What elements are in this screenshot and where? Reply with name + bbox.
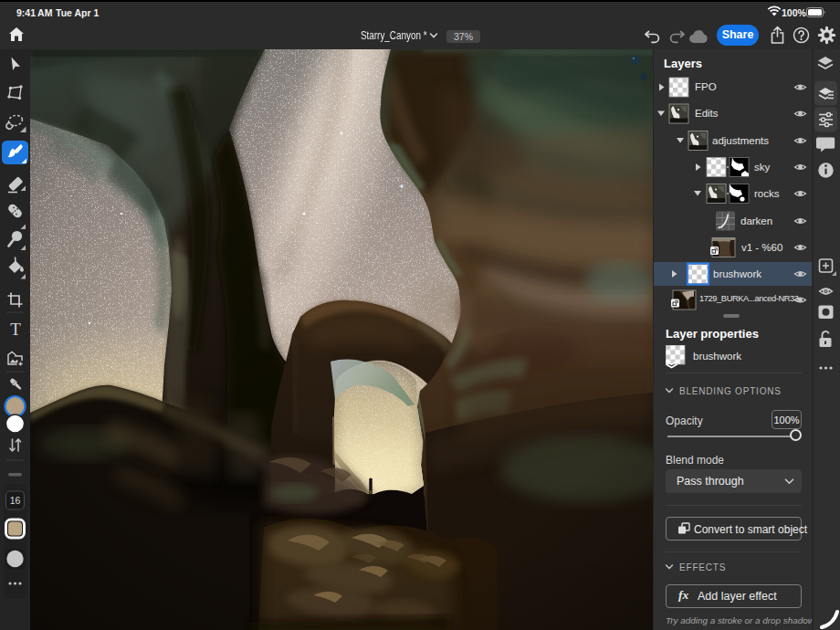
- svg-text:T: T: [10, 320, 21, 339]
- svg-text:16: 16: [10, 495, 21, 506]
